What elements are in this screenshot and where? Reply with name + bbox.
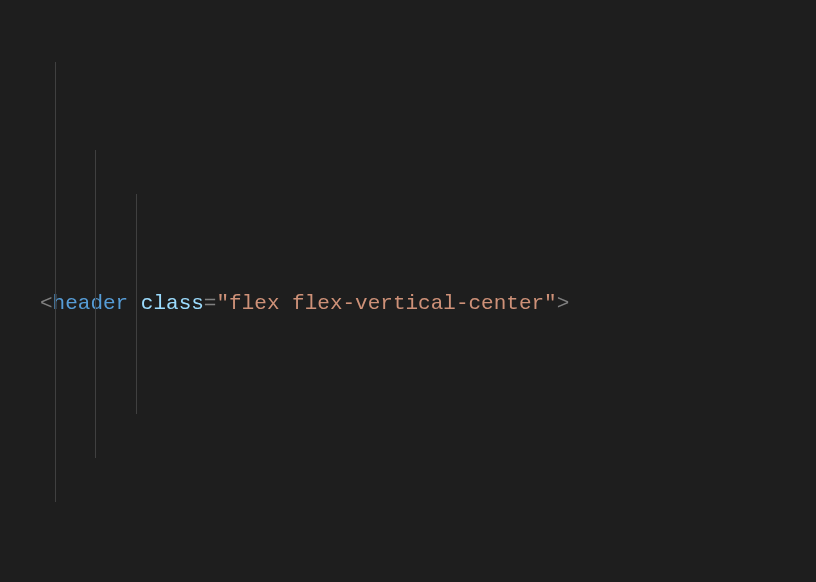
header-class-value: "flex flex-vertical-center" [216, 282, 556, 326]
tag-header: header [53, 282, 129, 326]
attr-class: class [141, 282, 204, 326]
code-line: <header class="flex flex-vertical-center… [0, 282, 816, 326]
code-editor[interactable]: <header class="flex flex-vertical-center… [0, 0, 816, 582]
code-line-blank [0, 502, 816, 546]
angle-close: > [557, 282, 570, 326]
equals: = [204, 282, 217, 326]
indent-guides [0, 0, 50, 220]
angle-open: < [40, 282, 53, 326]
